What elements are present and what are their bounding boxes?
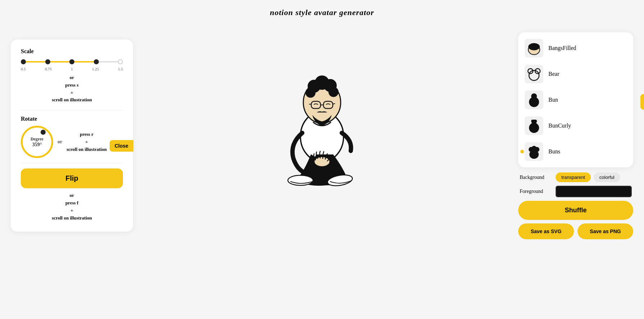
svg-point-24 xyxy=(534,120,537,122)
svg-point-23 xyxy=(531,120,534,122)
scale-val-4: 1.25 xyxy=(92,67,99,71)
foreground-label: Foreground xyxy=(520,189,552,194)
degree-label: Degree xyxy=(31,137,43,142)
slider-dot-1[interactable] xyxy=(21,59,26,64)
hair-list-container: BangsFilled Bear Bun BunCurly Buns Acces… xyxy=(518,32,633,167)
scale-slider-track[interactable] xyxy=(21,58,123,65)
foreground-row: Foreground xyxy=(520,186,632,197)
background-row: Background transparentcolorful xyxy=(520,172,632,182)
scale-label: Scale xyxy=(21,48,123,55)
category-tab-facial-hair[interactable]: FacialHair xyxy=(640,79,644,94)
selected-indicator xyxy=(520,150,524,153)
rotate-section: Rotate Degree 359° or press r + scroll o… xyxy=(21,116,123,158)
hair-name-bun: Bun xyxy=(548,97,558,103)
action-buttons: Shuffle Save as SVG Save as PNG xyxy=(518,201,633,239)
scale-val-3: 1 xyxy=(71,67,73,71)
flip-button[interactable]: Flip xyxy=(21,168,123,188)
avatar-container[interactable] xyxy=(247,36,397,208)
svg-point-20 xyxy=(531,93,537,99)
hair-item-buns[interactable]: Buns xyxy=(518,139,633,165)
shuffle-button[interactable]: Shuffle xyxy=(518,201,633,220)
bg-option-transparent[interactable]: transparent xyxy=(556,172,591,182)
page-title: notion style avatar generator xyxy=(0,0,644,21)
hair-name-bun-curly: BunCurly xyxy=(548,122,571,129)
scale-hint: or press s + scroll on illustration xyxy=(21,74,123,104)
svg-point-28 xyxy=(534,147,539,152)
hair-item-bear[interactable]: Bear xyxy=(518,61,633,87)
degree-circle[interactable]: Degree 359° xyxy=(21,126,53,158)
scale-section: Scale 0.5 0.75 1 1.25 1.5 or press s + xyxy=(21,48,123,104)
degree-dot xyxy=(41,130,46,135)
hair-item-bun-curly[interactable]: BunCurly xyxy=(518,113,633,139)
svg-point-10 xyxy=(328,87,339,97)
svg-point-3 xyxy=(314,157,330,167)
slider-dot-2[interactable] xyxy=(45,59,50,64)
slider-dot-3[interactable] xyxy=(69,59,74,64)
rotate-hint: press r + scroll on illustration xyxy=(66,131,107,153)
category-tab-hair[interactable]: Hair xyxy=(640,94,644,110)
bg-fg-section: Background transparentcolorful Foregroun… xyxy=(518,172,633,197)
svg-point-1 xyxy=(288,175,313,185)
close-button[interactable]: Close xyxy=(110,140,133,152)
hair-name-bear: Bear xyxy=(548,71,559,77)
hair-list: BangsFilled Bear Bun BunCurly Buns xyxy=(518,32,633,167)
rotate-or: or xyxy=(58,139,62,145)
foreground-color-box[interactable] xyxy=(556,186,632,197)
category-tab-face[interactable]: Face xyxy=(640,63,644,79)
hair-name-bangs-filled: BangsFilled xyxy=(548,45,576,51)
divider-2 xyxy=(21,163,123,163)
background-label: Background xyxy=(520,175,552,180)
scale-val-1: 0.5 xyxy=(21,67,26,71)
flip-hint: or press f + scroll on illustration xyxy=(21,192,123,222)
hair-icon-bear xyxy=(525,65,543,83)
hair-icon-bangs-filled xyxy=(525,39,543,57)
svg-rect-15 xyxy=(529,46,539,49)
bg-option-colorful[interactable]: colorful xyxy=(594,172,620,182)
flip-section: Flip or press f + scroll on illustration xyxy=(21,168,123,222)
scale-val-5: 1.5 xyxy=(118,67,123,71)
rotate-label: Rotate xyxy=(21,116,123,122)
category-tab-body[interactable]: Body xyxy=(640,48,644,63)
background-buttons: transparentcolorful xyxy=(556,172,620,182)
save-svg-button[interactable]: Save as SVG xyxy=(518,223,574,239)
save-row: Save as SVG Save as PNG xyxy=(518,223,633,239)
divider-1 xyxy=(21,110,123,111)
save-png-button[interactable]: Save as PNG xyxy=(578,223,633,239)
slider-dots xyxy=(21,59,123,64)
category-tab-accessories[interactable]: Accessories xyxy=(640,32,644,48)
degree-value: 359° xyxy=(32,142,42,148)
svg-point-9 xyxy=(305,88,316,98)
hair-icon-buns xyxy=(525,142,543,161)
slider-dot-4[interactable] xyxy=(94,59,99,64)
rotate-content: Degree 359° or press r + scroll on illus… xyxy=(21,126,123,158)
avatar-illustration xyxy=(261,47,383,198)
svg-point-16 xyxy=(529,70,539,80)
hair-item-bun[interactable]: Bun xyxy=(518,87,633,113)
slider-dot-5[interactable] xyxy=(118,59,123,64)
left-panel: Scale 0.5 0.75 1 1.25 1.5 or press s + xyxy=(11,40,133,232)
hair-icon-bun xyxy=(525,91,543,109)
category-tabs: AccessoriesBodyFaceFacialHairHair xyxy=(640,32,644,110)
slider-labels: 0.5 0.75 1 1.25 1.5 xyxy=(21,67,123,71)
hair-icon-bun-curly xyxy=(525,116,543,135)
right-panel: BangsFilled Bear Bun BunCurly Buns Acces… xyxy=(518,32,633,239)
hair-name-buns: Buns xyxy=(548,148,560,155)
hair-item-bangs-filled[interactable]: BangsFilled xyxy=(518,35,633,61)
scale-val-2: 0.75 xyxy=(45,67,52,71)
